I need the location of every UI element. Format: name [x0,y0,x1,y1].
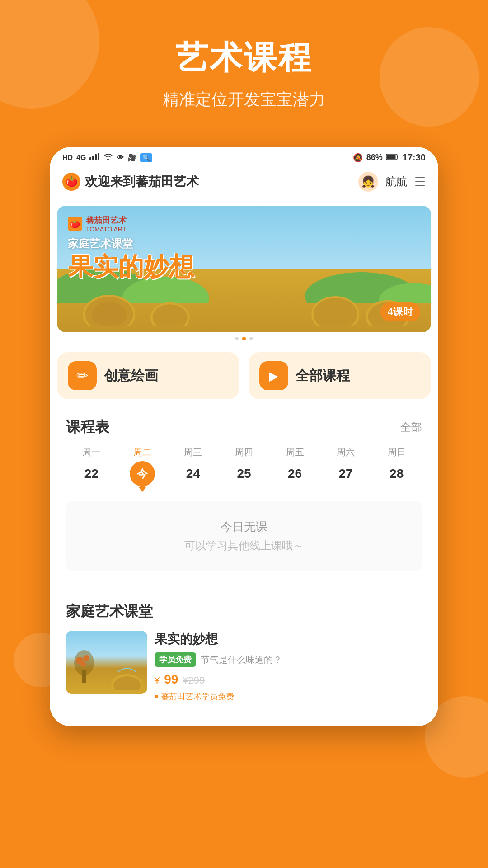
brand-logo: 🍅 [62,173,80,191]
banner-card[interactable]: 🍅 蕃茄田艺术 TOMATO ART 家庭艺术课堂 果实的妙想 4课时 [57,206,431,332]
hd-indicator: HD [62,154,73,162]
course-title: 果实的妙想 [155,631,422,648]
banner-content: 🍅 蕃茄田艺术 TOMATO ART 家庭艺术课堂 果实的妙想 [57,206,431,332]
weekday-tue[interactable]: 周二 今 [130,446,155,492]
free-tag: 学员免费 [155,652,196,667]
play-icon-wrap: ▶ [259,361,288,390]
wifi-icon [103,153,113,162]
weekday-label-wed: 周三 [184,446,202,458]
signal-4g-icon: 4G [76,154,86,162]
svg-rect-3 [98,153,99,160]
weekday-fri[interactable]: 周五 26 [282,446,308,492]
search-status-icon: 🔍 [140,153,152,162]
weekday-sat[interactable]: 周六 27 [333,446,358,492]
avatar-emoji: 👧 [361,175,375,188]
phone-mockup: HD 4G 👁 🎥 🔍 🔕 [50,147,438,726]
banner-dots [57,337,431,340]
course-price-row: ¥ 99 ¥299 [155,672,422,687]
time-display: 17:30 [403,152,426,163]
course-thumbnail [66,631,147,694]
brand-text: 欢迎来到蕃茄田艺术 [85,173,199,190]
weekday-num-sat: 27 [333,461,358,486]
no-class-sub-text: 可以学习其他线上课哦～ [84,538,404,553]
banner-logo-icon: 🍅 [68,217,82,231]
nav-right: 👧 航航 ☰ [358,172,426,192]
course-card[interactable]: 果实的妙想 学员免费 节气是什么味道的？ ¥ 99 ¥299 蕃茄田艺术学员免费 [66,631,422,702]
weekday-label-fri: 周五 [286,446,304,458]
nav-bar: 🍅 欢迎来到蕃茄田艺术 👧 航航 ☰ [50,165,438,198]
price-original: ¥299 [183,675,205,686]
banner-logo-en: TOMATO ART [86,226,127,233]
battery-percent: 86% [366,153,383,162]
svg-rect-0 [89,157,91,160]
user-name-label: 航航 [385,175,407,189]
weekday-label-tue: 周二 [133,446,151,458]
member-dot [155,695,158,698]
status-bar-left: HD 4G 👁 🎥 🔍 [62,153,152,162]
banner-dot-1[interactable] [235,337,239,340]
course-thumb-scene [109,663,145,692]
svg-point-23 [80,661,86,667]
eye-icon: 👁 [117,154,124,162]
weekday-num-mon: 22 [79,461,104,486]
weekday-label-thu: 周四 [235,446,253,458]
banner-logo-texts: 蕃茄田艺术 TOMATO ART [86,215,127,233]
banner-section: 🍅 蕃茄田艺术 TOMATO ART 家庭艺术课堂 果实的妙想 4课时 [50,198,438,345]
battery-icon [386,153,399,162]
banner-main-title: 果实的妙想 [68,253,420,281]
tomato-icon: 🍅 [66,176,78,188]
bell-muted-icon: 🔕 [353,153,363,163]
all-courses-button[interactable]: ▶ 全部课程 [249,352,431,399]
schedule-title: 课程表 [66,417,109,437]
schedule-header: 课程表 全部 [66,417,422,437]
course-member-text: 蕃茄田艺术学员免费 [155,691,422,702]
weekday-label-sat: 周六 [337,446,355,458]
quick-actions: ✏ 创意绘画 ▶ 全部课程 [50,345,438,406]
menu-icon[interactable]: ☰ [414,175,426,189]
weekday-label-sun: 周日 [388,446,406,458]
price-currency: ¥ [155,675,160,686]
weekday-num-thu: 25 [231,461,257,486]
course-thumb-tree [70,647,98,685]
weekday-sun[interactable]: 周日 28 [384,446,409,492]
course-desc: 节气是什么味道的？ [201,654,282,666]
no-class-box: 今日无课 可以学习其他线上课哦～ [66,501,422,571]
status-bar-right: 🔕 86% 17:30 [353,152,426,163]
weekday-num-fri: 26 [282,461,308,486]
family-section: 家庭艺术课堂 [57,591,431,713]
creative-drawing-button[interactable]: ✏ 创意绘画 [57,352,239,399]
weekday-mon[interactable]: 周一 22 [79,446,104,492]
banner-dot-2[interactable] [242,337,246,340]
svg-rect-1 [92,156,94,160]
member-label: 蕃茄田艺术学员免费 [161,691,234,702]
camera-icon: 🎥 [127,153,136,162]
banner-logo-text: 蕃茄田艺术 [86,215,127,226]
weekday-thu[interactable]: 周四 25 [231,446,257,492]
course-info: 果实的妙想 学员免费 节气是什么味道的？ ¥ 99 ¥299 蕃茄田艺术学员免费 [155,631,422,702]
weekday-wed[interactable]: 周三 24 [180,446,206,492]
svg-point-22 [83,655,89,661]
banner-small-title: 家庭艺术课堂 [68,236,420,251]
banner-logo-area: 🍅 蕃茄田艺术 TOMATO ART [68,215,420,233]
course-thumb-bg [66,631,147,694]
family-section-title: 家庭艺术课堂 [66,602,153,622]
play-icon: ▶ [269,368,279,383]
brand-area: 🍅 欢迎来到蕃茄田艺术 [62,173,199,191]
pencil-icon: ✏ [76,367,89,384]
hero-section: 艺术课程 精准定位开发宝宝潜力 [0,0,488,129]
no-class-main-text: 今日无课 [84,519,404,535]
avatar[interactable]: 👧 [358,172,378,192]
page-title: 艺术课程 [18,36,470,80]
svg-rect-5 [387,155,395,159]
weekdays-row: 周一 22 周二 今 周三 24 周四 25 周五 26 [66,446,422,492]
signal-bars-icon [89,153,99,162]
schedule-more-link[interactable]: 全部 [400,420,422,434]
course-tag-row: 学员免费 节气是什么味道的？ [155,652,422,667]
drawing-icon-wrap: ✏ [68,361,97,390]
weekday-num-wed: 24 [180,461,206,486]
family-section-header: 家庭艺术课堂 [66,602,422,622]
banner-badge: 4课时 [380,302,420,321]
price-current: 99 [164,672,178,687]
svg-rect-2 [95,154,97,160]
banner-dot-3[interactable] [249,337,253,340]
